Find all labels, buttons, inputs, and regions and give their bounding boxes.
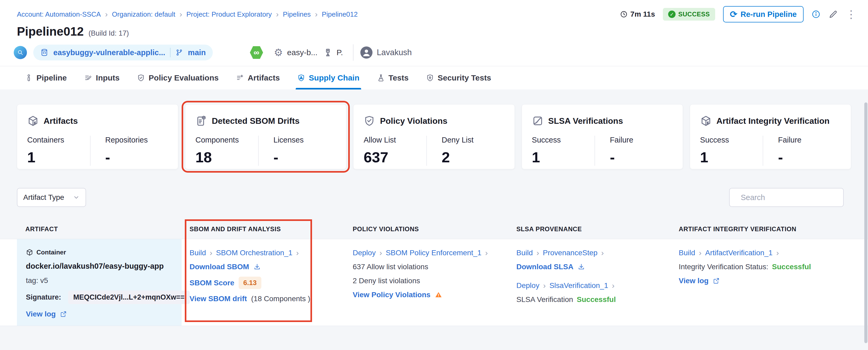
inputs-icon — [84, 74, 92, 82]
artifact-image-name: docker.io/lavakush07/easy-buggy-app — [26, 262, 164, 271]
chevron-right-icon: › — [379, 249, 382, 257]
repository-icon — [40, 48, 49, 57]
step-link[interactable]: ProvenanceStep — [543, 249, 597, 257]
chevron-right-icon: › — [543, 282, 546, 290]
stat-value: 18 — [195, 149, 258, 166]
refresh-icon: ⟳ — [730, 10, 738, 19]
stat-divider — [426, 136, 427, 166]
external-link-icon — [60, 311, 67, 318]
card-detected-sbom-drifts: Detected SBOM Drifts Components18 Licens… — [185, 104, 346, 169]
stat-value: - — [778, 149, 841, 166]
summary-cards-row: Artifacts Containers1 Repositories- Dete… — [17, 104, 851, 169]
step-link[interactable]: SBOM Policy Enforcement_1 — [386, 249, 482, 257]
stat-value: 2 — [442, 149, 504, 166]
tab-supply-chain[interactable]: Supply Chain — [297, 66, 360, 90]
chevron-right-icon: › — [180, 10, 182, 18]
allow-list-violations: 637 Allow list violations — [353, 263, 428, 271]
repo-branch-chip[interactable]: easybuggy-vulnerable-applic... main — [33, 44, 213, 60]
git-branch-icon — [175, 49, 183, 57]
step-link[interactable]: ArtifactVerification_1 — [705, 249, 772, 257]
supply-chain-content: Artifacts Containers1 Repositories- Dete… — [0, 90, 868, 350]
stat-value: 1 — [27, 149, 90, 166]
tab-bar: Pipeline Inputs Policy Evaluations Artif… — [0, 66, 868, 90]
stat-value: - — [105, 149, 168, 166]
rerun-pipeline-button[interactable]: ⟳ Re-run Pipeline — [723, 6, 804, 23]
tab-tests[interactable]: Tests — [377, 66, 409, 90]
view-sbom-drift-link[interactable]: View SBOM drift — [190, 294, 247, 303]
pill-divider — [170, 48, 170, 57]
signature-value-chip: MEQCICde2Vjl...L+2+mqnOXw== — [68, 291, 190, 304]
pipeline-icon — [25, 74, 33, 82]
more-options-icon[interactable]: ⋮ — [846, 10, 857, 19]
signature-label: Signature: — [26, 293, 61, 301]
infrastructure-icon — [323, 48, 332, 57]
view-policy-violations-link[interactable]: View Policy Violations — [353, 291, 431, 299]
view-log-link[interactable]: View log — [26, 310, 56, 318]
build-id: (Build Id: 17) — [88, 29, 129, 37]
tab-security-tests[interactable]: Security Tests — [426, 66, 491, 90]
tab-artifacts[interactable]: Artifacts — [236, 66, 280, 90]
meta-divider — [353, 44, 353, 61]
tab-policy-evaluations[interactable]: Policy Evaluations — [137, 66, 219, 90]
step-breadcrumb: Build › ArtifactVerification_1 › — [679, 249, 779, 257]
stat-value: 637 — [364, 149, 426, 166]
avatar — [360, 46, 372, 59]
integrity-status-label: Integrity Verification Status: — [679, 263, 768, 271]
stat-label: Failure — [610, 136, 673, 145]
chevron-right-icon: › — [601, 249, 604, 257]
stage-link[interactable]: Deploy — [516, 281, 539, 290]
card-policy-violations: Policy Violations Allow List637 Deny Lis… — [353, 104, 515, 169]
filter-row: Artifact Type — [17, 188, 844, 207]
stat-label: Success — [532, 136, 595, 145]
stage-link[interactable]: Build — [190, 249, 206, 257]
external-link-icon — [713, 278, 720, 284]
chevron-right-icon: › — [276, 10, 279, 18]
stage-link[interactable]: Build — [679, 249, 695, 257]
stage-link[interactable]: Build — [516, 249, 533, 257]
info-icon[interactable] — [811, 10, 820, 19]
flask-icon — [377, 74, 385, 82]
slsa-provenance-cell: Build › ProvenanceStep › Download SLSA D… — [508, 239, 671, 326]
chevron-right-icon: › — [612, 282, 615, 290]
artifact-type-select[interactable]: Artifact Type — [17, 188, 86, 207]
stat-label: Failure — [778, 136, 841, 145]
stat-label: Success — [700, 136, 763, 145]
breadcrumb-current[interactable]: Pipeline012 — [322, 10, 358, 19]
card-artifact-integrity-verification: Artifact Integrity Verification Success1… — [690, 104, 851, 169]
edit-pencil-icon[interactable] — [828, 9, 838, 19]
breadcrumb-pipelines[interactable]: Pipelines — [283, 10, 311, 19]
column-header-policy: POLICY VIOLATIONS — [345, 225, 508, 233]
artifact-tag: tag: v5 — [26, 276, 48, 285]
execution-source-icon — [14, 46, 27, 59]
view-log-link[interactable]: View log — [679, 277, 709, 285]
ci-hexagon-icon: ∞ — [250, 46, 264, 59]
slsa-status-label: SLSA Verification — [516, 295, 573, 304]
search-input[interactable] — [740, 193, 841, 202]
step-link[interactable]: SlsaVerification_1 — [549, 281, 608, 290]
repo-name: easybuggy-vulnerable-applic... — [53, 48, 165, 57]
download-slsa-link[interactable]: Download SLSA — [516, 263, 574, 271]
page-title: Pipeline012 — [17, 24, 84, 38]
chevron-right-icon: › — [210, 249, 212, 257]
breadcrumb-project[interactable]: Project: Product Exploratory — [186, 10, 272, 19]
breadcrumb-account[interactable]: Account: Automation-SSCA — [17, 10, 101, 19]
header-actions: 7m 11s ✓ SUCCESS ⟳ Re-run Pipeline ⋮ — [620, 6, 857, 23]
step-link[interactable]: SBOM Orchestration_1 — [216, 249, 292, 257]
chevron-right-icon: › — [776, 249, 779, 257]
tab-inputs[interactable]: Inputs — [84, 66, 120, 90]
stat-value: 1 — [532, 149, 595, 166]
breadcrumb-organization[interactable]: Organization: default — [112, 10, 175, 19]
download-sbom-link[interactable]: Download SBOM — [190, 263, 249, 271]
cube-icon — [700, 115, 712, 127]
scrollbar[interactable] — [864, 102, 867, 343]
tab-pipeline[interactable]: Pipeline — [25, 66, 67, 90]
chevron-right-icon: › — [485, 249, 488, 257]
rerun-label: Re-run Pipeline — [741, 10, 797, 19]
drift-component-count: (18 Components ) — [251, 294, 310, 303]
check-circle-icon: ✓ — [668, 10, 676, 18]
title-row: Pipeline012 (Build Id: 17) — [17, 24, 129, 38]
sbom-score-badge: 6.13 — [239, 277, 261, 289]
stat-divider — [763, 136, 763, 166]
sbom-score-link[interactable]: SBOM Score — [190, 279, 235, 287]
stage-link[interactable]: Deploy — [353, 249, 376, 257]
